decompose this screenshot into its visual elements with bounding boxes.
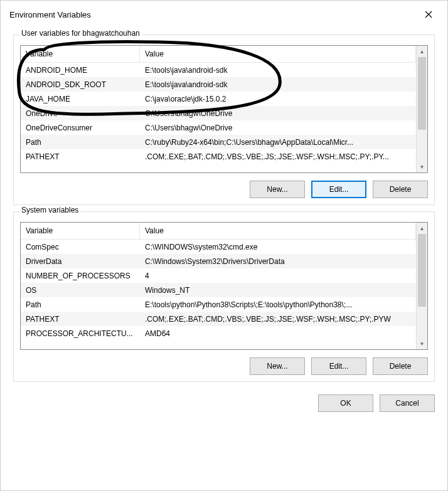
value-cell: E:\tools\java\android-sdk xyxy=(140,64,416,77)
scroll-track[interactable] xyxy=(417,234,427,338)
table-row[interactable]: OSWindows_NT xyxy=(21,283,416,297)
user-list-body: ANDROID_HOMEE:\tools\java\android-sdkAND… xyxy=(21,63,416,164)
table-row[interactable]: OneDriveConsumerC:\Users\bhagw\OneDrive xyxy=(21,120,416,135)
variable-cell: ANDROID_HOME xyxy=(21,64,140,77)
user-list-header: Variable Value xyxy=(21,46,416,63)
value-cell: C:\java\oracle\jdk-15.0.2 xyxy=(140,93,416,105)
table-row[interactable]: NUMBER_OF_PROCESSORS4 xyxy=(21,268,416,283)
table-row[interactable]: ANDROID_SDK_ROOTE:\tools\java\android-sd… xyxy=(21,77,416,92)
value-cell: C:\Users\bhagw\OneDrive xyxy=(140,122,416,134)
value-cell: 4 xyxy=(140,270,416,282)
table-row[interactable]: JAVA_HOMEC:\java\oracle\jdk-15.0.2 xyxy=(21,92,416,106)
close-icon xyxy=(425,11,432,18)
value-cell: E:\tools\java\android-sdk xyxy=(140,78,416,91)
system-list-body: ComSpecC:\WINDOWS\system32\cmd.exeDriver… xyxy=(21,240,416,341)
value-cell: AMD64 xyxy=(140,327,416,340)
table-row[interactable]: ANDROID_HOMEE:\tools\java\android-sdk xyxy=(21,63,416,77)
value-cell: Windows_NT xyxy=(140,284,416,297)
system-col-variable[interactable]: Variable xyxy=(21,223,140,239)
scroll-thumb[interactable] xyxy=(418,234,426,307)
dialog-content: User variables for bhagwatchouhan Variab… xyxy=(1,28,447,490)
system-edit-button[interactable]: Edit... xyxy=(311,357,366,375)
system-group-title: System variables xyxy=(19,206,81,214)
variable-cell: Path xyxy=(21,136,140,149)
user-listview[interactable]: Variable Value ANDROID_HOMEE:\tools\java… xyxy=(20,45,428,173)
ok-button[interactable]: OK xyxy=(318,394,373,412)
table-row[interactable]: PathC:\ruby\Ruby24-x64\bin;C:\Users\bhag… xyxy=(21,135,416,149)
user-group-title: User variables for bhagwatchouhan xyxy=(19,29,142,38)
variable-cell: PATHEXT xyxy=(21,313,140,325)
table-row[interactable]: DriverDataC:\Windows\System32\Drivers\Dr… xyxy=(21,254,416,268)
variable-cell: JAVA_HOME xyxy=(21,93,140,105)
variable-cell: OneDrive xyxy=(21,107,140,120)
variable-cell: OS xyxy=(21,284,140,297)
table-row[interactable]: PATHEXT.COM;.EXE;.BAT;.CMD;.VBS;.VBE;.JS… xyxy=(21,149,416,164)
variable-cell: NUMBER_OF_PROCESSORS xyxy=(21,270,140,282)
value-cell: C:\Users\bhagw\OneDrive xyxy=(140,107,416,120)
scroll-down-icon[interactable]: ▼ xyxy=(417,338,427,349)
user-scrollbar[interactable]: ▲ ▼ xyxy=(416,46,427,172)
scroll-track[interactable] xyxy=(417,57,427,161)
dialog-button-row: OK Cancel xyxy=(13,388,435,412)
variable-cell: ANDROID_SDK_ROOT xyxy=(21,78,140,91)
user-col-value[interactable]: Value xyxy=(140,46,416,62)
user-new-button[interactable]: New... xyxy=(250,181,305,198)
env-vars-dialog: Environment Variables User variables for… xyxy=(0,0,448,491)
variable-cell: PATHEXT xyxy=(21,150,140,163)
user-edit-button[interactable]: Edit... xyxy=(311,181,366,198)
cancel-button[interactable]: Cancel xyxy=(380,394,435,412)
user-button-row: New... Edit... Delete xyxy=(20,181,428,198)
user-variables-group: User variables for bhagwatchouhan Variab… xyxy=(13,34,435,205)
table-row[interactable]: PATHEXT.COM;.EXE;.BAT;.CMD;.VBS;.VBE;.JS… xyxy=(21,312,416,326)
system-new-button[interactable]: New... xyxy=(250,357,305,375)
system-button-row: New... Edit... Delete xyxy=(20,357,428,375)
user-listview-inner: Variable Value ANDROID_HOMEE:\tools\java… xyxy=(21,46,416,172)
scroll-up-icon[interactable]: ▲ xyxy=(417,46,427,57)
system-variables-group: System variables Variable Value ComSpecC… xyxy=(13,211,435,382)
value-cell: .COM;.EXE;.BAT;.CMD;.VBS;.VBE;.JS;.JSE;.… xyxy=(140,150,416,163)
variable-cell: PROCESSOR_ARCHITECTU... xyxy=(21,327,140,340)
user-delete-button[interactable]: Delete xyxy=(373,181,428,198)
value-cell: C:\ruby\Ruby24-x64\bin;C:\Users\bhagw\Ap… xyxy=(140,136,416,149)
user-col-variable[interactable]: Variable xyxy=(21,46,140,62)
variable-cell: ComSpec xyxy=(21,241,140,253)
close-button[interactable] xyxy=(419,7,439,22)
value-cell: C:\Windows\System32\Drivers\DriverData xyxy=(140,255,416,268)
table-row[interactable]: PathE:\tools\python\Python38\Scripts\;E:… xyxy=(21,297,416,312)
system-listview[interactable]: Variable Value ComSpecC:\WINDOWS\system3… xyxy=(20,222,428,350)
table-row[interactable]: ComSpecC:\WINDOWS\system32\cmd.exe xyxy=(21,240,416,254)
system-col-value[interactable]: Value xyxy=(140,223,416,239)
table-row[interactable]: OneDriveC:\Users\bhagw\OneDrive xyxy=(21,106,416,120)
scroll-up-icon[interactable]: ▲ xyxy=(417,223,427,234)
scroll-thumb[interactable] xyxy=(418,57,426,130)
value-cell: C:\WINDOWS\system32\cmd.exe xyxy=(140,241,416,253)
variable-cell: Path xyxy=(21,298,140,311)
scroll-down-icon[interactable]: ▼ xyxy=(417,161,427,172)
system-listview-inner: Variable Value ComSpecC:\WINDOWS\system3… xyxy=(21,223,416,349)
titlebar: Environment Variables xyxy=(1,1,447,28)
variable-cell: OneDriveConsumer xyxy=(21,122,140,134)
system-list-header: Variable Value xyxy=(21,223,416,240)
dialog-title: Environment Variables xyxy=(9,10,91,19)
table-row[interactable]: PROCESSOR_ARCHITECTU...AMD64 xyxy=(21,326,416,341)
value-cell: .COM;.EXE;.BAT;.CMD;.VBS;.VBE;.JS;.JSE;.… xyxy=(140,313,416,325)
system-scrollbar[interactable]: ▲ ▼ xyxy=(416,223,427,349)
value-cell: E:\tools\python\Python38\Scripts\;E:\too… xyxy=(140,298,416,311)
system-delete-button[interactable]: Delete xyxy=(373,357,428,375)
variable-cell: DriverData xyxy=(21,255,140,268)
